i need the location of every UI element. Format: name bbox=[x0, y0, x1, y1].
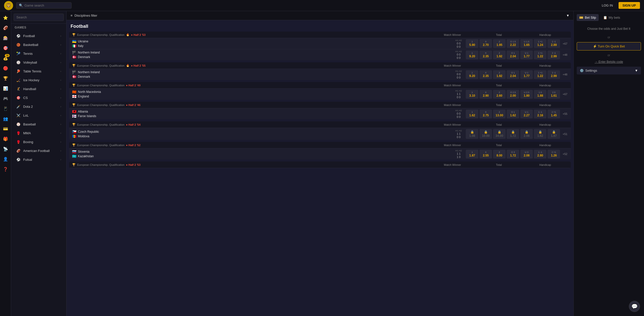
more-btn-2-0[interactable]: +67 bbox=[561, 92, 569, 97]
odds-area-1-0: 19.20X2.3521.92O 12.04U 11.771 +11.222 -… bbox=[464, 69, 571, 80]
odds-btn-0-0-4[interactable]: U 1.51.65 bbox=[520, 39, 533, 48]
icon-bar-item-social[interactable]: 👥 bbox=[1, 114, 10, 123]
game-search-input[interactable] bbox=[24, 4, 69, 7]
col-headers-1: Match Winner Total Handicap bbox=[430, 64, 568, 67]
sidebar-item-football[interactable]: ⚽ Football › bbox=[13, 32, 65, 40]
odds-btn-5-0-1[interactable]: X2.55 bbox=[479, 150, 492, 159]
icon-bar-item-statistics[interactable]: 📊 bbox=[1, 84, 10, 93]
odds-btn-1-0-2[interactable]: 21.92 bbox=[493, 70, 506, 79]
odds-btn-2-0-1[interactable]: X2.90 bbox=[479, 90, 492, 99]
more-btn-0-1[interactable]: +48 bbox=[561, 52, 569, 57]
sidebar-item-volleyball[interactable]: 🏐 Volleyball › bbox=[13, 58, 65, 67]
more-btn-3-0[interactable]: +55 bbox=[561, 111, 569, 116]
icon-bar-item-help[interactable]: ❓ bbox=[1, 165, 10, 174]
team1-5-0: 🇸🇮 Slovenia bbox=[72, 150, 450, 154]
icon-bar-item-favorites[interactable]: ⭐ bbox=[1, 13, 10, 22]
icon-bar-item-esports[interactable]: 🏆 bbox=[1, 74, 10, 83]
odds-btn-1-0-6[interactable]: 2 -12.99 bbox=[547, 70, 560, 79]
odds-btn-3-0-3[interactable]: O 11.62 bbox=[507, 110, 519, 118]
odds-btn-0-0-6[interactable]: 2 -12.89 bbox=[547, 39, 560, 48]
odds-btn-0-0-0[interactable]: 15.90 bbox=[466, 39, 478, 48]
sidebar-item-ice-hockey[interactable]: 🏒 Ice Hockey › bbox=[13, 76, 65, 84]
icon-bar-item-live-stream[interactable]: 📡 bbox=[1, 144, 10, 153]
odds-btn-5-0-0[interactable]: 11.87 bbox=[466, 150, 478, 159]
icon-bar-item-virtual[interactable]: 🎯 bbox=[1, 43, 10, 52]
login-button[interactable]: LOG IN bbox=[599, 2, 616, 9]
sidebar-item-baseball[interactable]: ⚾ Baseball › bbox=[13, 120, 65, 128]
odds-btn-3-0-2[interactable]: 213.00 bbox=[493, 110, 506, 118]
odds-btn-1-0-1[interactable]: X2.35 bbox=[479, 70, 492, 79]
odds-btn-3-0-0[interactable]: 11.62 bbox=[466, 110, 478, 118]
more-btn-1-0[interactable]: +48 bbox=[561, 72, 569, 77]
sidebar-item-dota2[interactable]: 🗡️ Dota 2 › bbox=[13, 102, 65, 111]
settings-bar[interactable]: ⚙️ Settings ▼ bbox=[577, 67, 641, 74]
sidebar-item-tennis[interactable]: 🎾 Tennis › bbox=[13, 49, 65, 58]
odds-btn-2-0-3[interactable]: O 2.52.00 bbox=[507, 90, 519, 99]
odds-btn-0-1-6[interactable]: 2 -12.99 bbox=[547, 50, 560, 59]
signup-button[interactable]: SIGN UP bbox=[619, 2, 640, 9]
odds-btn-2-0-5[interactable]: 1 01.88 bbox=[534, 90, 546, 99]
sidebar-search-input[interactable] bbox=[14, 14, 64, 21]
odds-btn-3-0-4[interactable]: U 12.27 bbox=[520, 110, 533, 118]
more-btn-4-0[interactable]: +51 bbox=[561, 131, 569, 137]
odds-btn-0-1-5[interactable]: 1 +11.22 bbox=[534, 50, 546, 59]
icon-bar-item-live[interactable]: 🔴 bbox=[1, 64, 10, 73]
odds-btn-5-0-5[interactable]: 1 -12.80 bbox=[534, 150, 546, 159]
odds-btn-5-0-2[interactable]: 28.00 bbox=[493, 150, 506, 159]
match-row-1-0: 🏴 Northern Ireland 🇩🇰 Denmark H1 H2 0 0 … bbox=[69, 69, 571, 80]
odds-btn-2-0-0[interactable]: 13.10 bbox=[466, 90, 478, 99]
odds-btn-1-0-0[interactable]: 19.20 bbox=[466, 70, 478, 79]
icon-bar-item-promotions[interactable]: 💰79 bbox=[1, 54, 10, 63]
icon-bar-item-account[interactable]: 👤 bbox=[1, 154, 10, 164]
sidebar-item-futsal[interactable]: ⚽ Futsal › bbox=[13, 155, 65, 164]
odds-val-0-0-1: 2.70 bbox=[483, 43, 489, 47]
odds-btn-0-0-2[interactable]: 21.95 bbox=[493, 39, 506, 48]
sidebar-item-lol[interactable]: ⚔️ LoL › bbox=[13, 111, 65, 120]
odds-btn-5-0-3[interactable]: O 31.72 bbox=[507, 150, 519, 159]
odds-btn-0-1-0[interactable]: 19.20 bbox=[466, 50, 478, 59]
icon-bar-item-games[interactable]: 🎮 bbox=[1, 94, 10, 103]
quick-bet-button[interactable]: ⚡ Turn On Quick Bet bbox=[577, 42, 641, 50]
more-btn-5-0[interactable]: +52 bbox=[561, 151, 569, 156]
icon-bar-item-mobile[interactable]: 📱 bbox=[1, 104, 10, 113]
more-btn-0-0[interactable]: +67 bbox=[561, 41, 569, 46]
icon-bar-item-payments[interactable]: 💳 bbox=[1, 124, 10, 133]
odds-btn-2-0-4[interactable]: U 2.51.80 bbox=[520, 90, 533, 99]
bet-slip-tab[interactable]: 🎫 Bet Slip bbox=[577, 14, 599, 21]
sport-section: Football 🏆 European Championship. Qualif… bbox=[67, 20, 573, 173]
odds-btn-5-0-4[interactable]: U 32.08 bbox=[520, 150, 533, 159]
competition-name-1: European Championship. Qualification bbox=[77, 64, 125, 67]
odds-btn-3-0-5[interactable]: 1 -12.16 bbox=[534, 110, 546, 118]
odds-area-0-0: 15.90X2.7021.95O 1.52.22U 1.51.651 +11.2… bbox=[464, 38, 571, 49]
sidebar-item-american-football[interactable]: 🏈 American Football › bbox=[13, 146, 65, 155]
odds-btn-0-1-4[interactable]: U 11.77 bbox=[520, 50, 533, 59]
sidebar-item-cs[interactable]: 🎯 CS › bbox=[13, 93, 65, 102]
chat-bubble[interactable]: 💬 bbox=[629, 301, 640, 312]
my-bets-tab[interactable]: 📋 My bets bbox=[601, 14, 623, 21]
sidebar-item-boxing[interactable]: 🥊 Boxing › bbox=[13, 138, 65, 146]
betslip-code-link[interactable]: → Enter Betslip code bbox=[577, 60, 641, 64]
sidebar-item-mma[interactable]: 🥊 MMA › bbox=[13, 129, 65, 137]
odds-btn-2-0-2[interactable]: 22.60 bbox=[493, 90, 506, 99]
odds-btn-3-0-1[interactable]: X2.75 bbox=[479, 110, 492, 118]
icon-bar-item-bonuses[interactable]: 🎁 bbox=[1, 134, 10, 143]
odds-btn-5-0-6[interactable]: 2 +11.26 bbox=[547, 150, 560, 159]
odds-btn-0-1-1[interactable]: X2.35 bbox=[479, 50, 492, 59]
icon-bar-item-casino[interactable]: 🎰 bbox=[1, 33, 10, 42]
odds-btn-0-0-5[interactable]: 1 +11.24 bbox=[534, 39, 546, 48]
sidebar-item-basketball[interactable]: 🏀 Basketball › bbox=[13, 40, 65, 49]
odds-btn-2-0-6[interactable]: 2 01.61 bbox=[547, 90, 560, 99]
sidebar-item-handball[interactable]: 🤾 Handball › bbox=[13, 85, 65, 93]
icon-bar-item-sports[interactable]: 🏈 bbox=[1, 23, 10, 32]
odds-btn-1-0-5[interactable]: 1 +11.22 bbox=[534, 70, 546, 79]
odds-btn-3-0-6[interactable]: 2 +11.45 bbox=[547, 110, 560, 118]
odds-btn-0-0-3[interactable]: O 1.52.22 bbox=[507, 39, 519, 48]
search-bar[interactable]: 🔍 bbox=[16, 2, 72, 9]
odds-btn-1-0-3[interactable]: O 12.04 bbox=[507, 70, 519, 79]
disciplines-filter[interactable]: ≡ Disciplines filter ▼ bbox=[67, 11, 573, 20]
odds-btn-0-1-2[interactable]: 21.92 bbox=[493, 50, 506, 59]
sidebar-item-table-tennis[interactable]: 🏓 Table Tennis › bbox=[13, 67, 65, 75]
odds-btn-1-0-4[interactable]: U 11.77 bbox=[520, 70, 533, 79]
odds-btn-0-1-3[interactable]: O 12.04 bbox=[507, 50, 519, 59]
odds-btn-0-0-1[interactable]: X2.70 bbox=[479, 39, 492, 48]
